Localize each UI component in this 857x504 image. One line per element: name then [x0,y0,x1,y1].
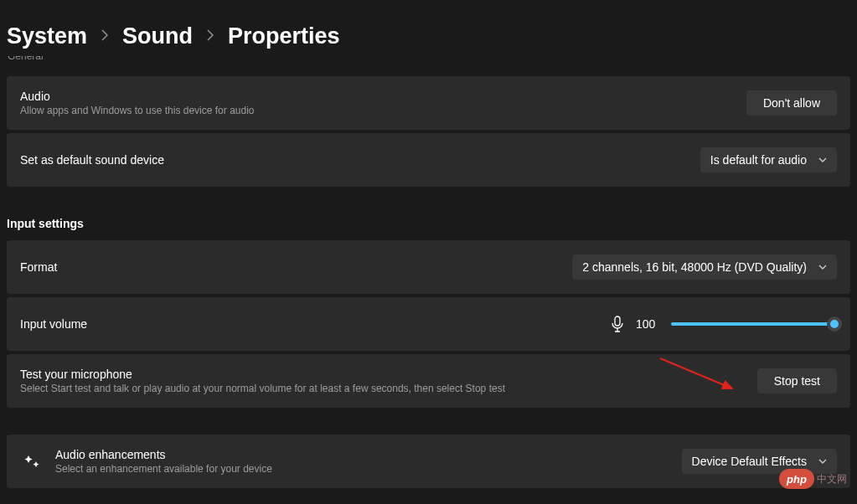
chevron-down-icon [818,157,827,162]
input-volume-title: Input volume [20,317,87,331]
section-header-general: General [8,56,44,63]
volume-value: 100 [636,317,659,331]
test-mic-title: Test your microphone [20,368,505,381]
audio-enhancements-panel: Audio enhancements Select an enhancement… [7,435,850,488]
breadcrumb: System Sound Properties [0,0,857,64]
breadcrumb-sound[interactable]: Sound [122,23,193,49]
format-title: Format [20,260,57,274]
stop-test-button[interactable]: Stop test [757,368,837,393]
chevron-right-icon [206,29,214,44]
chevron-down-icon [818,265,827,270]
input-volume-panel: Input volume 100 [7,297,850,351]
input-settings-header: Input settings [0,210,857,240]
slider-thumb[interactable] [827,316,842,332]
breadcrumb-system[interactable]: System [7,23,87,49]
enhancements-desc: Select an enhancement available for your… [55,463,272,475]
test-mic-desc: Select Start test and talk or play audio… [20,383,505,394]
volume-slider[interactable] [671,322,837,326]
enhancements-value: Device Default Effects [692,455,807,468]
audio-title: Audio [20,90,255,103]
default-device-panel: Set as default sound device Is default f… [7,133,850,187]
breadcrumb-properties: Properties [228,23,340,49]
audio-allow-panel: Audio Allow apps and Windows to use this… [7,76,850,130]
audio-desc: Allow apps and Windows to use this devic… [20,105,255,116]
chevron-down-icon [818,459,827,464]
test-mic-panel: Test your microphone Select Start test a… [7,354,850,408]
effects-icon [23,453,40,470]
format-value: 2 channels, 16 bit, 48000 Hz (DVD Qualit… [582,260,807,274]
chevron-right-icon [101,29,109,44]
default-device-title: Set as default sound device [20,153,164,167]
format-dropdown[interactable]: 2 channels, 16 bit, 48000 Hz (DVD Qualit… [572,255,837,280]
format-panel: Format 2 channels, 16 bit, 48000 Hz (DVD… [7,240,850,294]
enhancements-dropdown[interactable]: Device Default Effects [682,449,837,474]
microphone-icon [611,316,624,332]
svg-rect-0 [615,316,620,326]
default-device-dropdown[interactable]: Is default for audio [700,147,837,172]
enhancements-title: Audio enhancements [55,448,272,461]
default-device-value: Is default for audio [710,153,807,167]
dont-allow-button[interactable]: Don't allow [746,90,837,116]
